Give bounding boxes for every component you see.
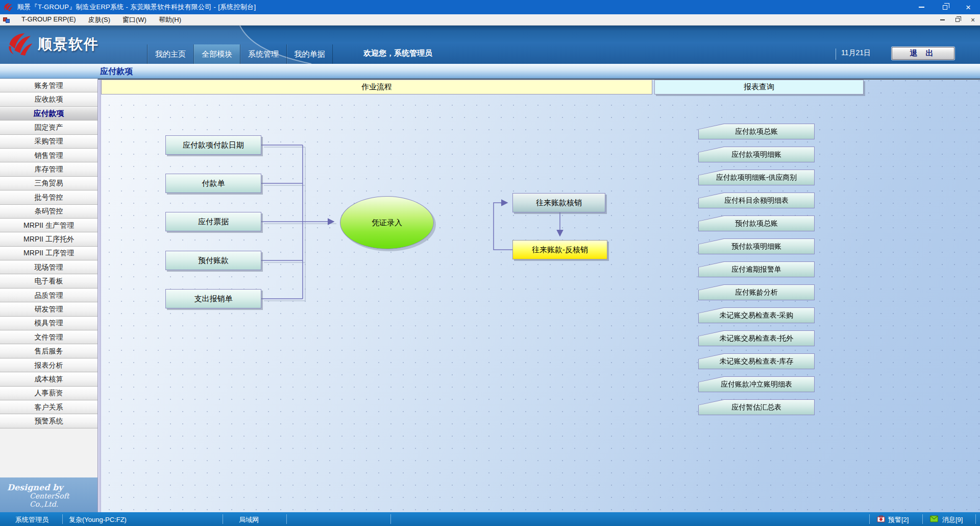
sidebar-item-23[interactable]: 客户关系	[0, 400, 97, 414]
menu-item-3[interactable]: 帮助(H)	[153, 14, 187, 26]
designed-by-text: Designed by	[7, 483, 63, 492]
app-logo-icon	[3, 3, 13, 12]
report-button-label-12: 应付暂估汇总表	[699, 400, 814, 415]
logo-text: 顺景软件	[38, 35, 99, 54]
page-title-bar: 应付款项	[0, 64, 980, 79]
report-button-2[interactable]: 应付款项明细账-供应商别	[698, 170, 815, 185]
sidebar-item-14[interactable]: 电子看板	[0, 274, 97, 288]
sidebar-item-11[interactable]: MRPII 工序托外	[0, 232, 97, 246]
status-separator	[869, 514, 870, 524]
date-separator	[836, 49, 836, 60]
message-icon	[930, 515, 938, 522]
status-separator	[223, 514, 223, 524]
report-button-label-8: 未记账交易检查表-采购	[699, 308, 814, 323]
tab-3[interactable]: 我的单据	[286, 44, 333, 64]
menu-item-1[interactable]: 皮肤(S)	[82, 14, 116, 26]
report-button-7[interactable]: 应付账龄分析	[698, 284, 815, 300]
flow-node-voucher-entry[interactable]: 凭证录入	[340, 196, 434, 249]
report-button-12[interactable]: 应付暂估汇总表	[698, 399, 815, 415]
sidebar-item-3[interactable]: 固定资产	[0, 121, 97, 134]
sidebar-item-4[interactable]: 采购管理	[0, 135, 97, 149]
status-separator	[62, 514, 63, 524]
restore-button[interactable]	[933, 0, 957, 14]
page-title: 应付款项	[100, 66, 133, 77]
tab-2[interactable]: 系统管理	[240, 44, 286, 64]
report-button-5[interactable]: 预付款项明细账	[698, 238, 815, 254]
sidebar-item-2[interactable]: 应付款项	[0, 107, 97, 121]
alert-icon	[877, 515, 885, 522]
flow-source-box-0[interactable]: 应付款项付款日期	[165, 135, 261, 155]
report-button-label-9: 未记账交易检查表-托外	[699, 331, 814, 346]
status-alert[interactable]: 预警[2]	[888, 515, 909, 524]
menubar: T-GROUP ERP(E)皮肤(S)窗口(W)帮助(H) ×	[0, 14, 980, 26]
current-date: 11月21日	[841, 49, 871, 58]
report-button-label-10: 未记账交易检查表-库存	[699, 354, 814, 369]
report-button-label-6: 应付逾期报警单	[699, 262, 814, 277]
report-button-9[interactable]: 未记账交易检查表-托外	[698, 330, 815, 346]
mdi-minimize-button[interactable]	[938, 16, 946, 24]
report-section-header: 报表查询	[654, 80, 864, 94]
sidebar-item-0[interactable]: 账务管理	[0, 79, 97, 92]
report-button-0[interactable]: 应付款项总账	[698, 124, 815, 139]
sidebar-item-7[interactable]: 三角贸易	[0, 177, 97, 190]
sidebar-item-12[interactable]: MRPII 工序管理	[0, 247, 97, 260]
module-sidebar: 账务管理应收款项应付款项固定资产采购管理销售管理库存管理三角贸易批号管控条码管控…	[0, 79, 98, 512]
report-button-1[interactable]: 应付款项明细账	[698, 147, 815, 162]
report-button-3[interactable]: 应付科目余额明细表	[698, 193, 815, 208]
mdi-close-button[interactable]: ×	[969, 16, 977, 24]
statusbar: 系统管理员 复杂(Young-PC:FZ) 局域网 预警[2] 消息[9]	[0, 512, 980, 526]
sidebar-item-16[interactable]: 研发管理	[0, 302, 97, 316]
welcome-text: 欢迎您，系统管理员	[363, 49, 432, 58]
flow-section-header: 作业流程	[101, 80, 652, 94]
tab-1[interactable]: 全部模块	[193, 44, 240, 64]
flow-source-box-4[interactable]: 支出报销单	[165, 289, 261, 308]
erp-window: 顺景『T-GROUP』制造业ERP系统 - 东莞顺景软件科技有限公司 - [系统…	[0, 0, 980, 526]
status-separator	[286, 514, 287, 524]
status-message[interactable]: 消息[9]	[942, 515, 963, 524]
report-button-label-0: 应付款项总账	[699, 124, 814, 139]
status-host: 复杂(Young-PC:FZ)	[69, 515, 127, 524]
flow-source-box-1[interactable]: 付款单	[165, 174, 261, 193]
report-button-label-2: 应付款项明细账-供应商别	[699, 170, 814, 185]
report-button-label-5: 预付款项明细账	[699, 239, 814, 254]
menu-item-0[interactable]: T-GROUP ERP(E)	[15, 14, 82, 26]
tab-0[interactable]: 我的主页	[147, 44, 193, 64]
sidebar-item-17[interactable]: 模具管理	[0, 317, 97, 330]
sidebar-item-13[interactable]: 现场管理	[0, 260, 97, 274]
minimize-button[interactable]	[910, 0, 933, 14]
report-button-6[interactable]: 应付逾期报警单	[698, 261, 815, 277]
logo-swoosh-icon	[7, 32, 34, 57]
report-button-4[interactable]: 预付款项总账	[698, 216, 815, 231]
menu-item-2[interactable]: 窗口(W)	[116, 14, 153, 26]
exit-button[interactable]: 退 出	[892, 47, 954, 60]
company-text: CenterSoft Co.,Ltd.	[30, 492, 97, 508]
report-button-label-1: 应付款项明细账	[699, 147, 814, 162]
flow-source-box-3[interactable]: 预付账款	[165, 251, 261, 270]
sidebar-item-15[interactable]: 品质管理	[0, 289, 97, 302]
sidebar-item-1[interactable]: 应收款项	[0, 92, 97, 106]
sidebar-item-6[interactable]: 库存管理	[0, 162, 97, 176]
sidebar-item-8[interactable]: 批号管控	[0, 190, 97, 204]
sidebar-item-20[interactable]: 报表分析	[0, 358, 97, 372]
sidebar-item-24[interactable]: 预警系统	[0, 414, 97, 428]
flow-node-verify[interactable]: 往来账款核销	[512, 193, 605, 212]
sidebar-item-9[interactable]: 条码管控	[0, 205, 97, 219]
close-button[interactable]: ×	[957, 0, 980, 14]
report-button-label-11: 应付账款冲立账明细表	[699, 377, 814, 392]
sidebar-item-10[interactable]: MRPII 生产管理	[0, 219, 97, 232]
sidebar-item-21[interactable]: 成本核算	[0, 372, 97, 386]
flow-source-box-2[interactable]: 应付票据	[165, 212, 261, 231]
workflow-canvas: 作业流程 报表查询 应付款项付款日期付款单应付票据预付账款支出报销单	[98, 79, 980, 512]
sidebar-item-18[interactable]: 文件管理	[0, 330, 97, 344]
sidebar-item-22[interactable]: 人事薪资	[0, 387, 97, 400]
report-button-10[interactable]: 未记账交易检查表-库存	[698, 353, 815, 369]
report-button-label-4: 预付款项总账	[699, 216, 814, 231]
report-button-11[interactable]: 应付账款冲立账明细表	[698, 376, 815, 392]
report-button-8[interactable]: 未记账交易检查表-采购	[698, 307, 815, 323]
flow-node-unverify[interactable]: 往来账款-反核销	[512, 240, 607, 259]
logo: 顺景软件	[7, 32, 99, 57]
mdi-restore-button[interactable]	[953, 16, 962, 24]
sidebar-item-19[interactable]: 售后服务	[0, 344, 97, 358]
designed-by-panel: Designed by CenterSoft Co.,Ltd.	[0, 477, 97, 512]
sidebar-item-5[interactable]: 销售管理	[0, 149, 97, 162]
